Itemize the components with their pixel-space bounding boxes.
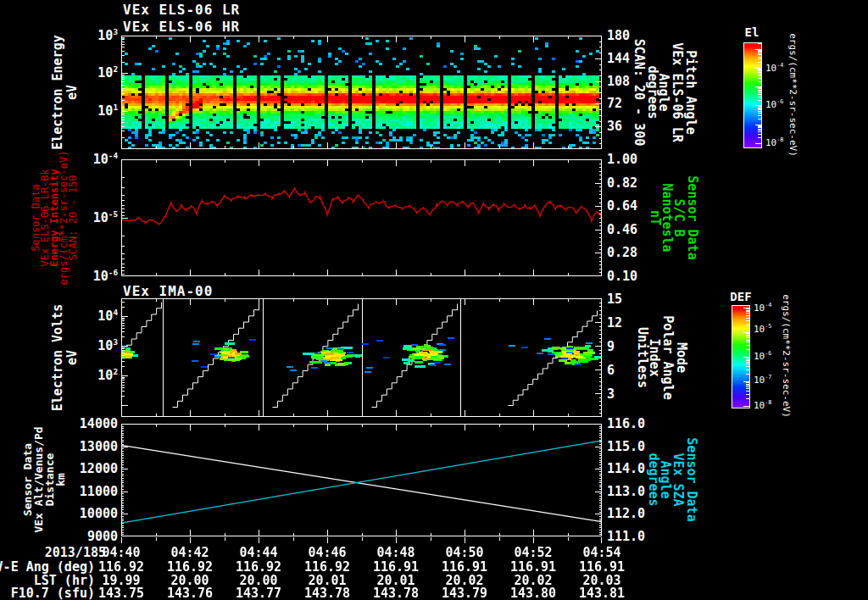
- table-value: 116.91: [579, 561, 625, 574]
- colorbar-el-tick: [758, 108, 761, 108]
- plot-screen: VEx ELS-06 LR VEx ELS-06 HR VEx IMA-00 E…: [0, 0, 868, 600]
- els-right-ytick: 72: [607, 97, 622, 110]
- colorbar-def-tick: [746, 340, 749, 341]
- table-value: 143.76: [167, 587, 213, 600]
- orbit-right-ytick: 111.0: [607, 531, 645, 543]
- colorbar-def-tick-label: 10-8: [754, 401, 771, 410]
- colorbar-def-tick-label: 10-5: [754, 325, 771, 334]
- colorbar-el-tick: [758, 69, 761, 70]
- colorbar-def-tick: [746, 359, 749, 360]
- colorbar-el-tick: [758, 137, 761, 138]
- colorbar-el-tick: [758, 109, 761, 110]
- bfield-left-label-scan: SCAN: 20 - 150: [68, 175, 78, 260]
- table-value: 116.92: [304, 561, 350, 574]
- orbit-right-ytick: 114.0: [607, 463, 645, 475]
- colorbar-def-tick-label: 10-6: [754, 352, 771, 361]
- colorbar-el-tick: [755, 143, 761, 144]
- title-ima: VEx IMA-00: [123, 285, 213, 298]
- title-els-hr: VEx ELS-06 HR: [123, 20, 240, 34]
- colorbar-el-tick: [758, 91, 761, 92]
- els-spectrogram-canvas: [121, 36, 602, 149]
- colorbar-el-tick: [758, 74, 761, 75]
- energy-intensity-line-canvas: [121, 159, 602, 276]
- orbit-ytick: 12000: [80, 463, 118, 475]
- ima-yaxis-unit: eV: [66, 350, 79, 365]
- colorbar-el-tick: [758, 78, 761, 79]
- bfield-right-ytick: 0.82: [607, 176, 637, 189]
- bfield-right-ytick: 0.64: [607, 200, 637, 213]
- els-yaxis-unit: eV: [66, 85, 79, 100]
- orbit-lines-canvas: [121, 424, 602, 536]
- ima-right-ytick: 12: [607, 317, 622, 330]
- ima-right-label-polar-angle: Polar Angle: [661, 315, 674, 399]
- colorbar-def-tick: [746, 325, 749, 325]
- orbit-right-ytick: 113.0: [607, 485, 645, 497]
- colorbar-el-tick: [758, 100, 761, 101]
- colorbar-el-tick-label: 10-8: [765, 138, 783, 147]
- table-value: 116.92: [236, 561, 281, 574]
- ima-ytick: 102: [97, 369, 118, 382]
- colorbar-el-tick: [758, 108, 761, 109]
- ima-right-ytick: 6: [607, 364, 615, 377]
- colorbar-el-unit: ergs/(cm**2-sr-sec-eV): [788, 33, 798, 157]
- colorbar-def-tick: [746, 315, 749, 316]
- orbit-right-label-sza: VEx SZA: [671, 453, 684, 506]
- colorbar-el-tick: [758, 134, 761, 135]
- orbit-right-ytick: 116.0: [607, 418, 645, 431]
- colorbar-el-tick: [758, 92, 761, 93]
- els-yaxis-label: Electron Energy: [52, 35, 64, 149]
- colorbar-def-tick: [746, 366, 749, 367]
- time-tick-label: 04:40: [102, 547, 140, 559]
- colorbar-def-unit: ergs/(cm**2-sr-sec-eV): [782, 294, 791, 418]
- colorbar-def-tick: [746, 382, 749, 383]
- orbit-ytick: 9000: [87, 531, 118, 543]
- orbit-ytick: 10000: [80, 508, 118, 520]
- colorbar-el-tick: [758, 75, 761, 76]
- orbit-right-label-angle: Angle: [659, 460, 671, 498]
- table-value: 143.78: [373, 587, 419, 600]
- orbit-right-ytick: 112.0: [607, 508, 645, 520]
- table-value: 143.81: [579, 587, 625, 600]
- colorbar-def-tick: [746, 345, 749, 346]
- time-tick-label: 04:54: [582, 547, 620, 559]
- colorbar-el-tick: [758, 131, 761, 132]
- table-value: 116.92: [98, 561, 144, 574]
- orbit-right-label-sensor-data: Sensor Data: [685, 437, 698, 521]
- els-right-label-instrument: VEx ELS-06 LR: [670, 42, 683, 142]
- colorbar-def-tick: [746, 318, 749, 319]
- orbit-ytick: 11000: [80, 485, 118, 497]
- colorbar-el-tick-label: 10-4: [765, 64, 783, 73]
- table-value: 143.78: [304, 587, 350, 600]
- ima-spectrogram-canvas: [121, 298, 602, 417]
- els-right-ytick: 36: [607, 120, 622, 133]
- colorbar-def-tick: [746, 349, 749, 350]
- ima-ytick: 103: [97, 340, 118, 353]
- els-ytick: 102: [97, 67, 118, 80]
- colorbar-el-tick: [758, 81, 761, 82]
- colorbar-def-tick: [746, 391, 749, 392]
- colorbar-el-tick: [758, 53, 761, 54]
- colorbar-el-label: El: [745, 26, 760, 38]
- colorbar-def-tick: [746, 384, 749, 385]
- orbit-right-ytick: 115.0: [607, 440, 645, 453]
- colorbar-def-tick: [746, 313, 749, 314]
- colorbar-el-tick: [758, 57, 761, 58]
- colorbar-def-tick: [746, 311, 749, 312]
- colorbar-def-tick: [746, 358, 749, 358]
- time-tick-label: 04:46: [308, 547, 346, 559]
- colorbar-el-tick: [758, 126, 761, 127]
- bfield-ytick: 10-5: [93, 212, 118, 225]
- colorbar-def-tick: [746, 369, 749, 370]
- colorbar-def-tick: [746, 374, 749, 375]
- table-value: 143.77: [236, 587, 281, 600]
- colorbar-def-tick-label: 10-7: [754, 375, 771, 385]
- colorbar-el-tick: [758, 111, 761, 112]
- colorbar-el-tick: [758, 51, 761, 52]
- colorbar-el-tick: [758, 119, 761, 119]
- ima-right-label-mode: Mode: [675, 342, 687, 373]
- colorbar-def-tick: [746, 364, 749, 364]
- colorbar-el-tick: [758, 58, 761, 59]
- bfield-right-label-scb: S/C B: [672, 198, 685, 236]
- colorbar-el-tick: [758, 129, 761, 130]
- colorbar-el-tick: [758, 87, 761, 88]
